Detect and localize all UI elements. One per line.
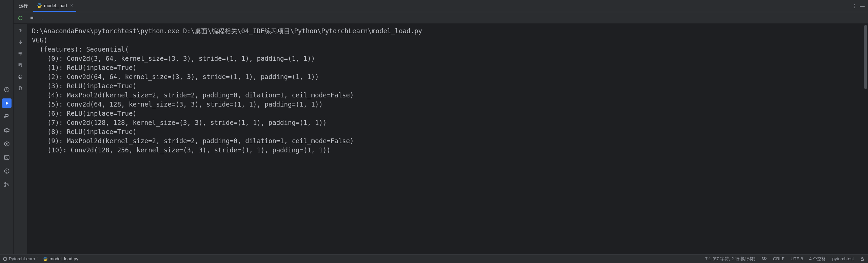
packages-icon[interactable]	[2, 126, 12, 135]
svg-point-7	[7, 184, 9, 185]
rerun-button[interactable]	[16, 14, 24, 22]
console-action-sidebar	[14, 24, 27, 254]
breadcrumb-project[interactable]: PytorchLearn	[9, 256, 35, 261]
python-console-icon[interactable]	[2, 112, 12, 121]
close-tab-icon[interactable]: ×	[70, 3, 73, 8]
chevron-right-icon: 〉	[37, 256, 41, 261]
svg-point-5	[4, 183, 6, 184]
svg-point-6	[4, 186, 6, 187]
vcs-icon[interactable]	[2, 180, 12, 189]
run-tab-bar: 运行 model_load × ⋮ —	[14, 0, 868, 12]
reader-mode-icon[interactable]	[762, 256, 767, 262]
services-icon[interactable]	[2, 139, 12, 149]
soft-wrap-icon[interactable]	[16, 49, 25, 58]
run-toolbar: ⋮	[14, 12, 868, 24]
python-file-icon	[37, 3, 42, 8]
run-panel-label: 运行	[14, 0, 33, 12]
down-arrow-icon[interactable]	[16, 37, 25, 47]
file-encoding[interactable]: UTF-8	[791, 256, 803, 261]
indent-setting[interactable]: 4 个空格	[809, 256, 826, 262]
problems-icon[interactable]	[2, 166, 12, 176]
scrollbar[interactable]	[864, 25, 867, 253]
cursor-position[interactable]: 7:1 (87 字符, 2 行 换行符)	[705, 256, 755, 262]
delete-icon[interactable]	[16, 83, 25, 93]
run-tab-model-load[interactable]: model_load ×	[33, 0, 76, 12]
left-tool-rail	[0, 0, 14, 254]
svg-point-1	[6, 144, 7, 145]
up-arrow-icon[interactable]	[16, 26, 25, 35]
svg-rect-13	[861, 259, 864, 260]
profiler-icon[interactable]	[2, 85, 12, 94]
print-icon[interactable]	[16, 72, 25, 81]
svg-rect-2	[4, 155, 9, 159]
lock-icon[interactable]	[860, 257, 865, 261]
status-bar: PytorchLearn 〉 model_load.py 7:1 (87 字符,…	[0, 254, 868, 263]
run-more-options-icon[interactable]: ⋮	[39, 15, 44, 21]
svg-rect-8	[31, 17, 33, 19]
python-file-icon	[43, 256, 48, 262]
breadcrumb-file[interactable]: model_load.py	[43, 256, 78, 262]
minimize-panel-icon[interactable]: —	[860, 3, 865, 9]
project-icon	[3, 257, 7, 261]
run-tab-label: model_load	[44, 3, 67, 8]
scrollbar-thumb[interactable]	[864, 25, 867, 89]
interpreter[interactable]: pytorchtest	[832, 256, 854, 261]
terminal-icon[interactable]	[2, 153, 12, 162]
svg-point-4	[6, 172, 7, 173]
more-options-icon[interactable]: ⋮	[852, 3, 856, 9]
stop-button[interactable]	[28, 14, 36, 22]
run-tool-icon[interactable]	[2, 98, 12, 108]
scroll-to-end-icon[interactable]	[16, 60, 25, 70]
console-output[interactable]: D:\AnacondaEnvs\pytorchtest\python.exe D…	[27, 24, 868, 254]
line-separator[interactable]: CRLF	[773, 256, 785, 261]
